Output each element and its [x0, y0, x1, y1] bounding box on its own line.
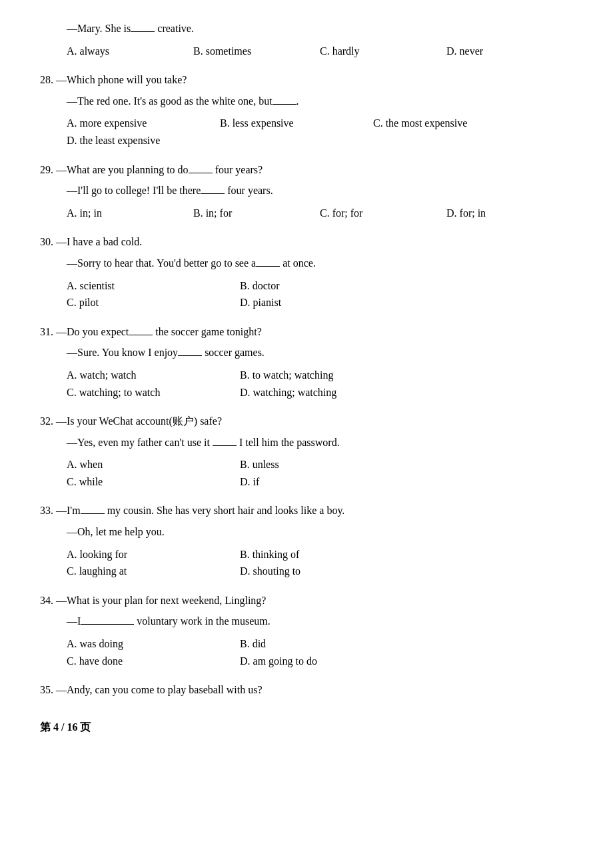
q30-option-a: A. scientist	[67, 277, 233, 295]
option-b: B. sometimes	[193, 43, 313, 60]
question-29: 29. —What are you planning to do four ye…	[40, 161, 573, 222]
q34-answer: —I voluntary work in the museum.	[67, 613, 573, 630]
q33-option-a: A. looking for	[67, 546, 233, 563]
question-30: 30. —I have a bad cold. —Sorry to hear t…	[40, 233, 573, 311]
q31-option-b: B. to watch; watching	[240, 367, 406, 384]
q32-blank	[213, 445, 237, 446]
option-c: C. hardly	[320, 43, 440, 60]
q31-option-d: D. watching; watching	[240, 384, 406, 401]
q34-option-a: A. was doing	[67, 635, 233, 653]
q31-blank1	[129, 335, 153, 335]
exam-content: —Mary. She is creative. A. always B. som…	[40, 20, 573, 735]
q31-option-c: C. watching; to watch	[67, 384, 233, 401]
q29-stem: 29. —What are you planning to do four ye…	[40, 161, 573, 179]
q33-option-b: B. thinking of	[240, 546, 406, 563]
option-d: D. never	[446, 43, 566, 60]
q33-option-c: C. laughing at	[67, 563, 233, 580]
q32-options: A. when B. unless C. while D. if	[67, 456, 573, 490]
q32-stem: 32. —Is your WeChat account(账户) safe?	[40, 413, 573, 430]
intro-options: A. always B. sometimes C. hardly D. neve…	[67, 43, 573, 60]
option-a: A. always	[67, 43, 187, 60]
q31-options: A. watch; watch B. to watch; watching C.…	[67, 367, 573, 401]
q30-option-d: D. pianist	[240, 294, 406, 311]
intro-stem: —Mary. She is creative.	[67, 20, 573, 37]
q29-option-d: D. for; in	[446, 205, 566, 222]
q34-option-c: C. have done	[67, 653, 233, 670]
q33-answer: —Oh, let me help you.	[67, 523, 573, 541]
q32-option-c: C. while	[67, 473, 233, 491]
q29-blank2	[201, 193, 225, 194]
q28-stem: 28. —Which phone will you take?	[40, 71, 573, 89]
q30-answer: —Sorry to hear that. You'd better go to …	[67, 255, 573, 272]
q32-option-a: A. when	[67, 456, 233, 473]
question-34: 34. —What is your plan for next weekend,…	[40, 592, 573, 669]
question-32: 32. —Is your WeChat account(账户) safe? —Y…	[40, 413, 573, 490]
q31-blank2	[178, 355, 202, 356]
question-33: 33. —I'm my cousin. She has very short h…	[40, 502, 573, 579]
q29-option-c: C. for; for	[320, 205, 440, 222]
page-number: 第 4 / 16 页	[40, 721, 91, 733]
question-28: 28. —Which phone will you take? —The red…	[40, 71, 573, 149]
q30-option-b: B. doctor	[240, 277, 406, 295]
q32-option-b: B. unless	[240, 456, 406, 473]
q28-options: A. more expensive B. less expensive C. t…	[67, 115, 573, 149]
q29-option-a: A. in; in	[67, 205, 187, 222]
q34-option-b: B. did	[240, 635, 406, 653]
q31-answer: —Sure. You know I enjoy soccer games.	[67, 344, 573, 361]
q28-option-c: C. the most expensive	[373, 115, 520, 132]
q33-blank	[81, 513, 105, 514]
question-31: 31. —Do you expect the soccer game tonig…	[40, 323, 573, 401]
q32-answer: —Yes, even my father can't use it I tell…	[67, 434, 573, 451]
q32-option-d: D. if	[240, 473, 406, 491]
q30-options: A. scientist B. doctor C. pilot D. piani…	[67, 277, 573, 311]
q31-option-a: A. watch; watch	[67, 367, 233, 384]
q28-answer: —The red one. It's as good as the white …	[67, 93, 573, 110]
q30-stem: 30. —I have a bad cold.	[40, 233, 573, 251]
q34-stem: 34. —What is your plan for next weekend,…	[40, 592, 573, 609]
page-footer: 第 4 / 16 页	[40, 719, 573, 736]
q28-option-d: D. the least expensive	[67, 132, 213, 149]
q29-options: A. in; in B. in; for C. for; for D. for;…	[67, 205, 573, 222]
q28-blank	[273, 104, 297, 105]
q35-stem: 35. —Andy, can you come to play baseball…	[40, 681, 573, 699]
intro-blank	[131, 31, 155, 32]
q28-option-a: A. more expensive	[67, 115, 213, 132]
q34-option-d: D. am going to do	[240, 653, 406, 670]
q33-stem: 33. —I'm my cousin. She has very short h…	[40, 502, 573, 519]
q30-option-c: C. pilot	[67, 294, 233, 311]
q29-option-b: B. in; for	[193, 205, 313, 222]
q34-blank	[81, 624, 134, 625]
q34-options: A. was doing B. did C. have done D. am g…	[67, 635, 573, 669]
q33-options: A. looking for B. thinking of C. laughin…	[67, 546, 573, 580]
q28-option-b: B. less expensive	[220, 115, 366, 132]
q29-blank1	[189, 173, 213, 173]
q33-option-d: D. shouting to	[240, 563, 406, 580]
q29-answer: —I'll go to college! I'll be there four …	[67, 182, 573, 199]
question-intro: —Mary. She is creative. A. always B. som…	[40, 20, 573, 59]
question-35: 35. —Andy, can you come to play baseball…	[40, 681, 573, 699]
q31-stem: 31. —Do you expect the soccer game tonig…	[40, 323, 573, 341]
q30-blank	[256, 266, 280, 267]
